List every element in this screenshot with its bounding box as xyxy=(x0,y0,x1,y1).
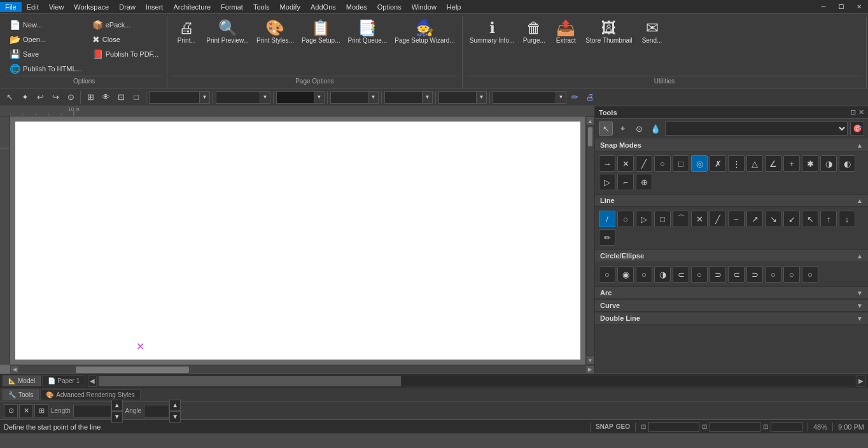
measurement-dropdown-arrow[interactable]: ▼ xyxy=(368,91,379,104)
line-btn-pen[interactable]: ✏ xyxy=(599,229,615,246)
select-tool-btn[interactable]: ↖ xyxy=(3,90,17,104)
menu-draw[interactable]: Draw xyxy=(114,2,141,12)
x-btn[interactable]: ✕ xyxy=(19,404,33,418)
line-btn-diag[interactable]: ╱ xyxy=(710,211,726,227)
snap-modes-header[interactable]: Snap Modes ▲ xyxy=(595,139,868,151)
line-btn-arrow-ne[interactable]: ↗ xyxy=(746,211,763,227)
line-btn-wave[interactable]: ~ xyxy=(728,211,745,227)
circle-btn-4[interactable]: ◑ xyxy=(654,266,671,283)
tool-extra-btn[interactable]: 🎯 xyxy=(850,122,864,136)
publish-pdf-button[interactable]: 📕 Publish To PDF... xyxy=(88,47,164,61)
pen-tool-btn[interactable]: ✏ xyxy=(568,90,582,104)
line-btn-triangle[interactable]: ▷ xyxy=(636,211,652,227)
scroll-right-tab-btn[interactable]: ▶ xyxy=(857,375,865,387)
curve-section-header[interactable]: Curve ▼ xyxy=(595,299,868,312)
double-line-section-header[interactable]: Double Line ▼ xyxy=(595,312,868,325)
node-tool-btn[interactable]: ✦ xyxy=(18,90,32,104)
circle-btn-12[interactable]: ○ xyxy=(802,266,818,283)
line-btn-rect[interactable]: □ xyxy=(654,211,671,227)
menu-tools[interactable]: Tools xyxy=(248,2,275,12)
length-up-btn[interactable]: ▲ xyxy=(111,400,123,411)
snap-btn-rect[interactable]: □ xyxy=(673,155,689,172)
value-dropdown-arrow[interactable]: ▼ xyxy=(200,91,210,104)
circle-btn-11[interactable]: ○ xyxy=(783,266,800,283)
line-btn-arrow-nw[interactable]: ↖ xyxy=(802,211,818,227)
line-btn-x2[interactable]: ✕ xyxy=(691,211,708,227)
pointer-tool-btn[interactable]: ↖ xyxy=(599,122,613,136)
menu-addons[interactable]: AddOns xyxy=(305,2,341,12)
snap-btn-half-circle-r[interactable]: ◑ xyxy=(820,155,837,172)
rendering-panel-tab[interactable]: 🎨 Advanced Rendering Styles xyxy=(40,389,140,400)
snap-btn-half-circle-l[interactable]: ◐ xyxy=(839,155,855,172)
history-btn[interactable]: ⊙ xyxy=(64,90,78,104)
scrollbar-right-btn[interactable]: ▶ xyxy=(585,365,594,374)
snap-btn-arrow[interactable]: → xyxy=(599,155,615,172)
menu-modes[interactable]: Modes xyxy=(341,2,372,12)
snap-btn-target[interactable]: ◎ xyxy=(691,155,708,172)
snap-btn-x[interactable]: ✗ xyxy=(710,155,726,172)
pen-dropdown-arrow[interactable]: ▼ xyxy=(423,91,433,104)
snap-btn[interactable]: ⊡ xyxy=(114,90,128,104)
circle-btn-3[interactable]: ○ xyxy=(636,266,652,283)
save-button[interactable]: 💾 Save xyxy=(5,47,87,61)
scrollbar-down-btn[interactable]: ▼ xyxy=(586,356,594,365)
print-queue-button[interactable]: 📑 Print Queue... xyxy=(345,18,391,76)
color-dropdown-arrow[interactable]: ▼ xyxy=(260,91,270,104)
extra-input[interactable] xyxy=(493,91,556,104)
snap-btn-tri2[interactable]: ▷ xyxy=(599,174,615,190)
snap-btn-plus[interactable]: + xyxy=(783,155,800,172)
measurement-combo[interactable]: 0 in ▼ xyxy=(330,91,379,104)
extra-dropdown-arrow[interactable]: ▼ xyxy=(556,91,566,104)
snap-btn-circle[interactable]: ○ xyxy=(654,155,671,172)
circle-btn-5[interactable]: ⊂ xyxy=(673,266,689,283)
snap-btn-cross[interactable]: ✕ xyxy=(617,155,634,172)
menu-help[interactable]: Help xyxy=(442,2,466,12)
circle-btn-9[interactable]: ⊃ xyxy=(746,266,763,283)
snap-btn-slash[interactable]: ╱ xyxy=(636,155,652,172)
scrollbar-thumb-v[interactable] xyxy=(588,127,592,146)
scrollbar-track-v[interactable] xyxy=(587,126,594,355)
line-btn-straight[interactable]: / xyxy=(599,211,615,227)
tab-scroll-thumb[interactable] xyxy=(99,376,401,386)
angle-down-btn[interactable]: ▼ xyxy=(169,411,181,423)
undo-btn[interactable]: ↩ xyxy=(33,90,47,104)
tools-float-btn[interactable]: ⊡ xyxy=(850,108,856,116)
scrollbar-track-h[interactable] xyxy=(19,365,585,374)
circle-btn-10[interactable]: ○ xyxy=(765,266,781,283)
menu-file[interactable]: File xyxy=(0,2,22,12)
drawing-area[interactable]: ✕ xyxy=(10,116,585,365)
value-input[interactable]: 0 xyxy=(149,91,200,104)
color-input[interactable]: Black xyxy=(216,91,260,104)
circle-btn-6[interactable]: ○ xyxy=(691,266,708,283)
menu-edit[interactable]: Edit xyxy=(22,2,44,12)
line-btn-arrow-se[interactable]: ↘ xyxy=(765,211,781,227)
length-input[interactable]: 0 in xyxy=(73,405,111,417)
coord-x-input[interactable]: 5.962543 in xyxy=(648,422,699,432)
pen-combo[interactable]: By Pen ▼ xyxy=(384,91,433,104)
circle-btn-2[interactable]: ◉ xyxy=(617,266,634,283)
purge-button[interactable]: 🗑 Purge... xyxy=(519,18,549,76)
line-btn-poly[interactable]: ○ xyxy=(617,211,634,227)
box-btn[interactable]: □ xyxy=(129,90,143,104)
layer-dropdown-arrow[interactable]: ▼ xyxy=(477,91,487,104)
angle-input[interactable]: 0 xyxy=(144,405,169,417)
epack-button[interactable]: 📦 ePack... xyxy=(88,18,164,32)
new-button[interactable]: 📄 New... xyxy=(5,18,87,32)
snap-toggle-btn[interactable]: ⊙ xyxy=(4,404,18,418)
coord-z-input[interactable]: 0 in xyxy=(771,422,802,432)
print-styles-button[interactable]: 🎨 Print Styles... xyxy=(253,18,297,76)
send-button[interactable]: ✉ Send... xyxy=(637,18,668,76)
tools-close-btn[interactable]: ✕ xyxy=(858,108,864,116)
paper1-tab[interactable]: 📄 Paper 1 xyxy=(42,375,85,386)
scroll-left-tab-btn[interactable]: ◀ xyxy=(88,375,97,387)
line-section-header[interactable]: Line ▲ xyxy=(595,194,868,207)
menu-format[interactable]: Format xyxy=(216,2,248,12)
open-button[interactable]: 📂 Open... xyxy=(5,32,87,46)
scrollbar-up-btn[interactable]: ▲ xyxy=(586,116,594,125)
extract-button[interactable]: 📤 Extract xyxy=(550,18,581,76)
layer-combo[interactable]: None ▼ xyxy=(438,91,487,104)
view-btn[interactable]: 👁 xyxy=(99,90,113,104)
snap-btn-angle[interactable]: ∠ xyxy=(765,155,781,172)
menu-modify[interactable]: Modify xyxy=(275,2,305,12)
menu-view[interactable]: View xyxy=(44,2,69,12)
